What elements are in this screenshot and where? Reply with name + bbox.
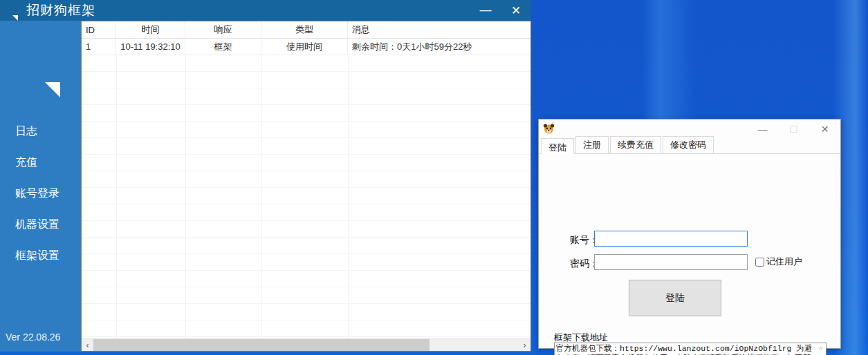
- sidebar-logo-icon: [13, 39, 67, 93]
- cell-time: 10-11 19:32:10: [116, 39, 185, 55]
- horizontal-scrollbar[interactable]: ‹ ›: [82, 338, 530, 351]
- download-address-box: 官方机器包下载：https://wwu.lanzout.com/iOpNzObf…: [554, 343, 827, 355]
- scroll-left-icon[interactable]: ‹: [82, 339, 93, 351]
- textarea-scrollbar[interactable]: ∧ ∨: [815, 343, 826, 355]
- cell-type: 使用时间: [261, 39, 348, 55]
- app-logo-icon: [1, 1, 19, 19]
- scrollbar-thumb[interactable]: [93, 339, 430, 351]
- dialog-maximize-button: ☐: [778, 119, 809, 138]
- col-header-message[interactable]: 消息: [348, 21, 530, 38]
- tab-register[interactable]: 注册: [575, 136, 609, 153]
- sidebar-item-account-login[interactable]: 账号登录: [15, 178, 59, 209]
- account-input[interactable]: [594, 231, 748, 247]
- remember-user-option[interactable]: 记住用户: [755, 256, 802, 268]
- window-title: 招财狗框架: [26, 1, 95, 19]
- sidebar: 日志 充值 账号登录 机器设置 框架设置 Ver 22.08.26: [0, 21, 81, 352]
- col-header-type[interactable]: 类型: [261, 21, 348, 38]
- main-window: 招财狗框架 — ✕ 日志 充值 账号登录 机器设置 框架设置 Ver 22.08…: [0, 0, 531, 352]
- cell-id: 1: [82, 39, 116, 55]
- main-titlebar: 招财狗框架 — ✕: [0, 0, 531, 21]
- scrollbar-track[interactable]: [93, 339, 519, 351]
- cell-response: 框架: [185, 39, 261, 55]
- password-input[interactable]: [594, 254, 748, 270]
- table-empty-area: [82, 55, 530, 338]
- col-header-id[interactable]: ID: [82, 21, 116, 38]
- dialog-tabs: 登陆 注册 续费充值 修改密码: [539, 138, 840, 154]
- sidebar-item-framework-settings[interactable]: 框架设置: [15, 240, 59, 271]
- log-table: ID 时间 响应 类型 消息 1 10-11 19:32:10 框架 使用时间 …: [81, 21, 531, 352]
- dog-icon: [543, 123, 555, 135]
- dialog-minimize-button[interactable]: —: [747, 119, 778, 138]
- download-address-text[interactable]: 官方机器包下载：https://wwu.lanzout.com/iOpNzObf…: [555, 343, 815, 355]
- col-header-time[interactable]: 时间: [116, 21, 185, 38]
- minimize-button[interactable]: —: [470, 0, 501, 21]
- remember-user-label: 记住用户: [766, 256, 802, 268]
- dialog-titlebar: — ☐ ✕: [539, 119, 840, 138]
- desktop: { "main_window": { "title": "招财狗框架", "co…: [0, 0, 868, 355]
- remember-user-checkbox[interactable]: [755, 258, 764, 267]
- scroll-up-icon[interactable]: ∧: [818, 345, 823, 352]
- col-header-response[interactable]: 响应: [185, 21, 261, 38]
- dialog-close-button[interactable]: ✕: [809, 119, 840, 138]
- login-dialog: — ☐ ✕ 登陆 注册 续费充值 修改密码 账号： 密码： 记住用户 登陆 框架…: [538, 119, 841, 349]
- close-button[interactable]: ✕: [501, 0, 531, 21]
- sidebar-item-recharge[interactable]: 充值: [15, 147, 59, 178]
- sidebar-item-machine-settings[interactable]: 机器设置: [15, 209, 59, 240]
- login-button[interactable]: 登陆: [629, 280, 721, 316]
- table-row[interactable]: 1 10-11 19:32:10 框架 使用时间 剩余时间：0天1小时59分22…: [82, 39, 530, 55]
- table-header-row: ID 时间 响应 类型 消息: [82, 21, 530, 39]
- login-form: 账号： 密码： 记住用户 登陆 框架下载地址 官方机器包下载：https://w…: [539, 154, 840, 348]
- scroll-right-icon[interactable]: ›: [519, 339, 530, 351]
- version-label: Ver 22.08.26: [6, 332, 60, 343]
- tab-change-password[interactable]: 修改密码: [663, 136, 714, 153]
- sidebar-item-log[interactable]: 日志: [15, 116, 59, 147]
- tab-renew-recharge[interactable]: 续费充值: [610, 136, 661, 153]
- cell-message: 剩余时间：0天1小时59分22秒: [348, 39, 530, 55]
- tab-login[interactable]: 登陆: [541, 138, 574, 154]
